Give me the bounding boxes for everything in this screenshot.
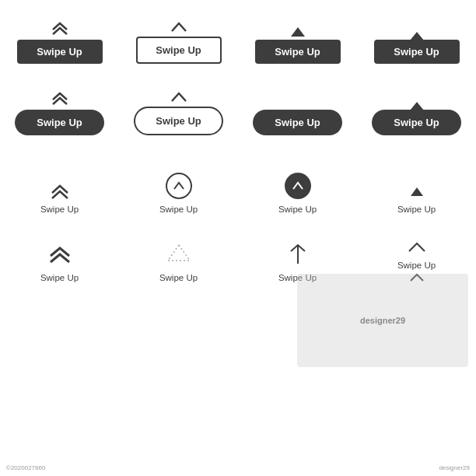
cell-r2c4: Swipe Up [357, 84, 476, 143]
cell-r4c1: Swipe Up [0, 236, 119, 290]
watermark-left: ©2020027860 [6, 464, 45, 471]
cell-r4c2: Swipe Up [119, 236, 238, 290]
swipe-up-btn-r2c1[interactable]: Swipe Up [15, 110, 104, 135]
swipe-up-label-r3c4: Swipe Up [397, 205, 436, 214]
cell-r2c2: Swipe Up [119, 84, 238, 143]
swipe-up-label-r4c1: Swipe Up [40, 273, 79, 282]
dotted-arrow-icon [166, 243, 191, 265]
watermark-right: designer29 [439, 464, 470, 471]
thin-chevron-stack-icon [407, 242, 427, 253]
cell-r1c2: Swipe Up [119, 14, 238, 72]
triangle-notch-up-icon [291, 27, 305, 37]
tiny-triangle-icon [411, 187, 423, 196]
cell-r2c1: Swipe Up [0, 84, 119, 143]
double-chevron-lg-icon [48, 182, 72, 201]
cell-r1c3: Swipe Up [238, 14, 357, 72]
double-chevron-up-pill-icon [50, 90, 70, 106]
swipe-up-btn-r2c3[interactable]: Swipe Up [253, 110, 342, 135]
single-chevron-up-pill-icon [169, 92, 189, 103]
cell-r1c1: Swipe Up [0, 14, 119, 72]
swipe-up-btn-r1c2[interactable]: Swipe Up [136, 37, 222, 64]
triangle-on-button-icon [410, 32, 424, 40]
triangle-pill-icon [410, 102, 424, 110]
watermark-overlay: designer29 [297, 274, 468, 367]
swipe-up-btn-r1c1[interactable]: Swipe Up [17, 40, 103, 64]
swipe-up-label-r4c4: Swipe Up [397, 261, 436, 270]
cell-r3c1: Swipe Up [0, 166, 119, 222]
row-2: Swipe Up Swipe Up Swipe Up Swipe Up [0, 72, 476, 143]
cell-r1c4: Swipe Up [357, 14, 476, 72]
cell-r3c4: Swipe Up [357, 166, 476, 222]
swipe-up-btn-r1c4[interactable]: Swipe Up [374, 40, 460, 64]
cell-r2c3: Swipe Up [238, 84, 357, 143]
cell-r3c2: Swipe Up [119, 166, 238, 222]
swipe-up-btn-r1c3[interactable]: Swipe Up [255, 40, 341, 64]
circle-chevron-icon [166, 173, 192, 199]
swipe-up-btn-r2c2[interactable]: Swipe Up [134, 107, 223, 135]
row-3: Swipe Up Swipe Up Swipe Up Sw [0, 143, 476, 222]
swipe-up-btn-r2c4[interactable]: Swipe Up [372, 110, 461, 135]
swipe-up-label-r4c2: Swipe Up [159, 273, 198, 282]
single-chevron-up-icon [169, 22, 189, 33]
cell-r3c3: Swipe Up [238, 166, 357, 222]
swipe-up-label-r3c3: Swipe Up [278, 205, 317, 214]
svg-line-0 [168, 245, 179, 261]
row-1: Swipe Up Swipe Up Swipe Up Swipe Up [0, 0, 476, 72]
double-chevron-bold-icon [47, 245, 72, 265]
svg-line-1 [179, 245, 190, 261]
circle-filled-chevron-icon [285, 173, 311, 199]
swipe-up-label-r3c1: Swipe Up [40, 205, 79, 214]
double-chevron-up-icon [50, 20, 70, 36]
swipe-up-label-r3c2: Swipe Up [159, 205, 198, 214]
thin-arrow-up-icon [289, 243, 306, 265]
